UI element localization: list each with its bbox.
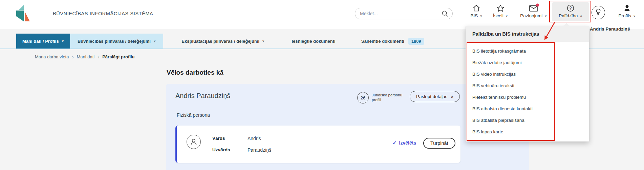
lightbulb-icon: [595, 8, 602, 17]
breadcrumb-separator-icon: ›: [72, 54, 73, 59]
tab-label: Iesniegtie dokumenti: [292, 39, 335, 44]
breadcrumb-item-mani-dati[interactable]: Mani dati: [77, 54, 94, 59]
legal-profiles-count-badge: 26: [357, 92, 369, 103]
main-tabbar: Mani dati / Profils ∨ Būvniecības pilnva…: [16, 34, 489, 49]
selected-label: Izvēlēts: [399, 140, 416, 146]
person-type-label: Fiziskā persona: [177, 112, 210, 118]
chevron-up-icon: ∧: [580, 14, 582, 18]
nav-label-bis: BIS: [470, 13, 478, 18]
person-icon: [623, 3, 631, 12]
tab-label: Saņemtie dokumenti: [361, 39, 404, 44]
help-menu-item-support-contacts[interactable]: BIS atbalsta dienesta kontakti: [466, 103, 589, 114]
chevron-down-icon: ∨: [153, 39, 156, 43]
tab-mani-dati-profils[interactable]: Mani dati / Profils ∨: [16, 34, 70, 49]
page-title: Vēlos darboties kā: [167, 69, 223, 76]
tab-buvniecibas-pilnvaras[interactable]: Būvniecības pilnvaras / deleģējumi ∨: [70, 34, 163, 49]
breadcrumb-separator-icon: ›: [98, 54, 99, 59]
svg-text:?: ?: [570, 6, 572, 11]
tab-label: Mani dati / Profils: [22, 39, 59, 44]
documents-count-badge: 1809: [408, 38, 424, 45]
tab-sanemtie-dokumenti[interactable]: Saņemtie dokumenti 1809: [355, 34, 430, 49]
dropdown-caret-icon: [563, 23, 570, 26]
nav-label-profile: Profils: [619, 13, 631, 18]
star-icon: [496, 3, 505, 12]
help-menu-item-report-problem[interactable]: Pieteikt tehnisku problēmu: [466, 91, 589, 103]
search-icon[interactable]: [442, 10, 448, 17]
chevron-down-icon: ∨: [480, 14, 482, 18]
profile-card-name: Andris Paraudziņš: [175, 92, 230, 100]
check-icon: ✓: [392, 140, 397, 146]
selected-status: ✓ Izvēlēts: [392, 140, 416, 146]
chevron-up-icon: ∧: [451, 95, 453, 98]
help-circle-icon: ?: [566, 3, 575, 12]
help-menu-list: BIS lietotāja rokasgrāmata Biežāk uzdoti…: [466, 42, 589, 141]
help-menu-item-video-instructions[interactable]: BIS video instrukcijas: [466, 68, 589, 80]
last-name-label: Uzvārds: [212, 147, 230, 152]
chevron-down-icon: ∨: [262, 39, 264, 43]
help-menu-item-sitemap[interactable]: BIS lapas karte: [466, 126, 589, 137]
last-name-value: Paraudziņš: [248, 147, 271, 153]
chevron-down-icon: ∨: [633, 14, 636, 18]
hide-details-label: Paslēpt detaļas: [416, 94, 447, 99]
first-name-label: Vārds: [212, 136, 225, 141]
hide-details-button[interactable]: Paslēpt detaļas ∧: [410, 91, 460, 102]
continue-button[interactable]: Turpināt: [423, 138, 455, 149]
help-menu-item-support-request[interactable]: BIS atbalsta pieprasīšana: [466, 114, 589, 126]
search-input[interactable]: [360, 11, 442, 16]
mail-icon: [529, 3, 539, 12]
physical-person-card[interactable]: Vārds Andris Uzvārds Paraudziņš ✓ Izvēlē…: [175, 126, 460, 163]
nav-item-help[interactable]: ? Palīdzība ∧: [552, 3, 589, 18]
help-menu-item-user-manual[interactable]: BIS lietotāja rokasgrāmata: [466, 45, 589, 57]
breadcrumb-item-current: Pārslēgt profilu: [102, 54, 134, 59]
chevron-down-icon: ∨: [506, 14, 508, 18]
first-name-value: Andris: [248, 136, 261, 141]
idea-bulb-button[interactable]: [592, 6, 605, 19]
help-dropdown-panel: Palīdzība un BIS instrukcijas BIS lietot…: [466, 26, 589, 141]
top-header: BŪVNIECĪBAS INFORMĀCIJAS SISTĒMA BIS ∨: [0, 0, 644, 29]
continue-label: Turpināt: [430, 140, 448, 146]
avatar: [187, 135, 201, 149]
logged-in-user-name: Andris Paraudziņš: [590, 26, 630, 32]
nav-label-help: Palīdzība: [559, 13, 578, 18]
home-icon: [472, 3, 480, 12]
search-box: [355, 8, 453, 19]
legal-profiles-label: Juridisko personu profili: [372, 93, 407, 102]
tab-label: Būvniecības pilnvaras / deleģējumi: [78, 39, 151, 44]
nav-item-shortcuts[interactable]: Īsceļi ∨: [490, 3, 511, 18]
tab-iesniegtie-dokumenti[interactable]: Iesniegtie dokumenti: [285, 34, 341, 49]
breadcrumb: Mana darba vieta › Mani dati › Pārslēgt …: [35, 54, 135, 59]
nav-item-notifications[interactable]: Paziņojumi ∨: [514, 3, 553, 18]
bis-logo-icon: [15, 5, 30, 22]
nav-item-bis[interactable]: BIS ∨: [468, 3, 485, 18]
tab-label: Ekspluatācijas pilnvaras / deleģējumi: [181, 39, 259, 44]
help-menu-item-webinar-records[interactable]: BIS vebināru ieraksti: [466, 80, 589, 91]
chevron-down-icon: ∨: [544, 14, 547, 18]
help-menu-item-faq[interactable]: Biežāk uzdotie jautājumi: [466, 57, 589, 68]
help-menu-title: Palīdzība un BIS instrukcijas: [466, 26, 589, 42]
breadcrumb-item-workplace[interactable]: Mana darba vieta: [35, 54, 69, 59]
chevron-down-icon: ∨: [62, 39, 64, 43]
nav-label-shortcuts: Īsceļi: [493, 13, 503, 18]
notification-dot: [536, 3, 539, 6]
nav-item-profile[interactable]: Profils ∨: [614, 3, 641, 18]
app-window: BŪVNIECĪBAS INFORMĀCIJAS SISTĒMA BIS ∨: [0, 0, 644, 170]
nav-label-notifications: Paziņojumi: [520, 13, 542, 18]
tab-ekspluatacijas-pilnvaras[interactable]: Ekspluatācijas pilnvaras / deleģējumi ∨: [175, 34, 271, 49]
app-title: BŪVNIECĪBAS INFORMĀCIJAS SISTĒMA: [53, 11, 153, 16]
